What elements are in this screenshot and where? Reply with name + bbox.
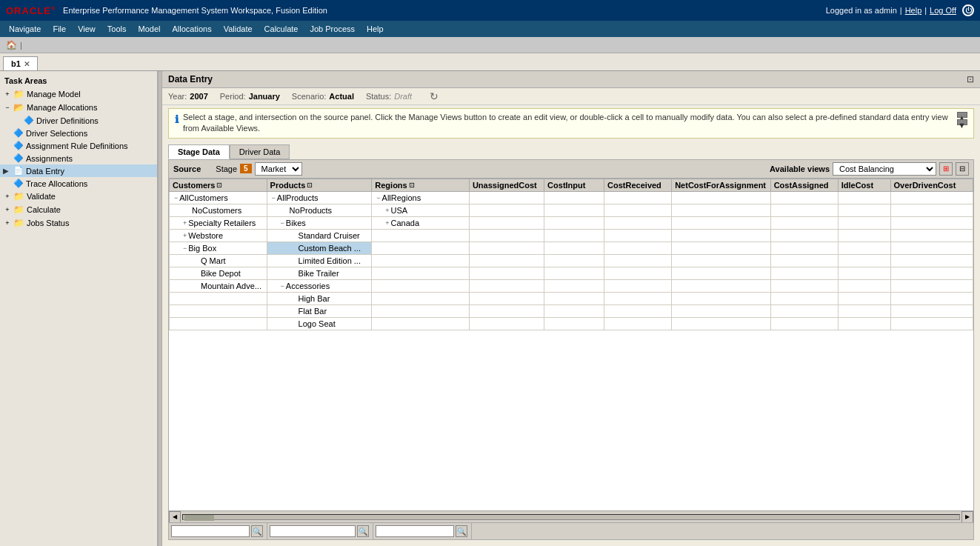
search-bar-filler — [472, 523, 973, 539]
search-bar-products: 🔍 — [267, 523, 373, 539]
stage-driver-tabs: Stage Data Driver Data — [168, 144, 974, 159]
sidebar-label-manage-model: Manage Model — [27, 90, 81, 99]
status-item: Status: Draft — [366, 92, 412, 101]
tab-label: b1 — [11, 59, 21, 68]
sidebar-label-data-entry: Data Entry — [26, 167, 64, 176]
sidebar-label-assignment-rules: Assignment Rule Definitions — [26, 142, 128, 150]
table-row: Q Mart Limited Edition ... — [170, 254, 973, 267]
search-input-customers[interactable] — [171, 525, 250, 537]
doc-icon-trace: 🔷 — [13, 179, 24, 188]
info-scroll-down[interactable]: ▼ — [957, 119, 967, 125]
doc-icon-driver-sel: 🔷 — [13, 128, 24, 138]
tab-b1[interactable]: b1 ✕ — [3, 56, 38, 70]
col-regions: Regions ⊡ — [372, 179, 470, 191]
sidebar-item-driver-definitions[interactable]: 🔷 Driver Definitions — [0, 114, 157, 127]
menu-item-navigate[interactable]: Navigate — [3, 23, 47, 35]
sidebar-item-data-entry[interactable]: ▶ 📄 Data Entry — [0, 164, 157, 177]
col-over-driven-cost: OverDrivenCost — [890, 179, 973, 191]
menu-item-help[interactable]: Help — [361, 23, 390, 35]
tab-driver-data[interactable]: Driver Data — [230, 144, 290, 159]
period-label: Period: — [220, 92, 246, 101]
maximize-icon[interactable]: ⊡ — [967, 74, 974, 84]
tab-stage-data[interactable]: Stage Data — [168, 144, 230, 159]
expand-icon: − — [3, 103, 12, 112]
col-customers: Customers ⊡ — [170, 179, 267, 191]
sidebar-title: Task Areas — [0, 74, 157, 87]
menu-item-tools[interactable]: Tools — [101, 23, 133, 35]
h-scroll-left-btn[interactable]: ◀ — [169, 511, 181, 523]
sidebar-label-manage-allocations: Manage Allocations — [27, 103, 97, 112]
sidebar-item-assignments[interactable]: 🔷 Assignments — [0, 152, 157, 164]
search-bar-customers: 🔍 — [169, 523, 267, 539]
sidebar-label-assignments: Assignments — [26, 154, 73, 163]
col-expand-products[interactable]: ⊡ — [307, 182, 313, 189]
status-label: Status: — [366, 92, 391, 101]
h-scroll-track[interactable] — [182, 514, 960, 520]
search-btn-customers[interactable]: 🔍 — [251, 525, 263, 537]
stage-dropdown[interactable]: Market — [255, 162, 302, 176]
logoff-link[interactable]: Log Off — [930, 6, 956, 15]
scenario-item: Scenario: Actual — [292, 92, 354, 101]
search-btn-products[interactable]: 🔍 — [357, 525, 369, 537]
info-scrollbar: ▲ ▼ — [957, 112, 967, 125]
col-cost-input: CostInput — [544, 179, 604, 191]
breadcrumb-home-icon: 🏠 — [6, 40, 17, 50]
col-net-cost: NetCostForAssignment — [672, 179, 770, 191]
metadata-bar: Year: 2007 Period: January Scenario: Act… — [162, 88, 980, 105]
oracle-logo: ORACLE® — [6, 5, 56, 16]
views-icon-btn-1[interactable]: ⊞ — [939, 162, 953, 176]
search-btn-regions[interactable]: 🔍 — [456, 525, 467, 537]
tab-close-icon[interactable]: ✕ — [24, 60, 30, 68]
table-row: + Webstore Standard Cruiser — [170, 229, 973, 242]
table-row: Flat Bar — [170, 304, 973, 317]
menu-item-job-process[interactable]: Job Process — [304, 23, 361, 35]
year-value: 2007 — [190, 92, 207, 101]
sidebar-item-jobs-status[interactable]: + 📁 Jobs Status — [0, 216, 157, 230]
sidebar-item-trace-allocations[interactable]: 🔷 Trace Allocations — [0, 177, 157, 190]
sidebar-item-driver-selections[interactable]: 🔷 Driver Selections — [0, 127, 157, 139]
stage-selector: Stage 5 Market — [216, 162, 301, 176]
sidebar-item-manage-model[interactable]: + 📁 Manage Model — [0, 87, 157, 101]
doc-icon-assign-rules: 🔷 — [13, 141, 24, 150]
stage-number: 5 — [240, 164, 252, 173]
col-unassigned-cost: UnassignedCost — [469, 179, 544, 191]
folder-icon-calculate: 📁 — [13, 204, 24, 215]
sidebar-label-driver-defs: Driver Definitions — [36, 116, 99, 125]
search-input-regions[interactable] — [376, 525, 454, 537]
col-expand-regions[interactable]: ⊡ — [409, 182, 415, 189]
info-scroll-up[interactable]: ▲ — [957, 112, 967, 118]
search-bars: 🔍 🔍 🔍 — [169, 522, 973, 539]
search-input-products[interactable] — [270, 525, 356, 537]
refresh-button[interactable]: ↻ — [430, 90, 439, 102]
grid-area: Source Stage 5 Market Available views Co… — [168, 159, 974, 540]
sidebar-item-assignment-rule-defs[interactable]: 🔷 Assignment Rule Definitions — [0, 139, 157, 152]
table-row: High Bar — [170, 292, 973, 304]
help-link[interactable]: Help — [905, 6, 922, 15]
menu-item-validate[interactable]: Validate — [218, 23, 259, 35]
tab-bar: b1 ✕ — [0, 53, 980, 71]
h-scroll-right-btn[interactable]: ▶ — [961, 511, 973, 523]
sidebar-item-manage-allocations[interactable]: − 📂 Manage Allocations — [0, 101, 157, 114]
menu-item-file[interactable]: File — [47, 23, 72, 35]
col-cost-received: CostReceived — [604, 179, 672, 191]
folder-icon: 📁 — [13, 89, 24, 99]
views-dropdown[interactable]: Cost Balancing — [833, 162, 936, 176]
menu-item-calculate[interactable]: Calculate — [259, 23, 304, 35]
col-expand-customers[interactable]: ⊡ — [216, 182, 222, 189]
menu-item-allocations[interactable]: Allocations — [166, 23, 217, 35]
menu-item-view[interactable]: View — [72, 23, 101, 35]
col-idle-cost: IdleCost — [838, 179, 890, 191]
current-indicator: ▶ — [3, 167, 13, 175]
info-text: Select a stage, and intersection on the … — [183, 112, 950, 135]
views-icon-btn-2[interactable]: ⊟ — [956, 162, 969, 176]
expand-icon: + — [3, 90, 12, 99]
sidebar-item-calculate[interactable]: + 📁 Calculate — [0, 203, 157, 216]
sidebar-item-validate[interactable]: + 📁 Validate — [0, 190, 157, 203]
data-entry-title: Data Entry — [168, 74, 213, 84]
grid-table-container[interactable]: Customers ⊡ Products ⊡ — [169, 179, 973, 510]
menu-item-model[interactable]: Model — [133, 23, 167, 35]
data-grid-table: Customers ⊡ Products ⊡ — [169, 179, 973, 330]
h-scroll-bar[interactable]: ◀ ▶ — [169, 510, 973, 522]
table-row: Mountain Adve... − Accessories — [170, 279, 973, 292]
table-row: + Specialty Retailers − Bikes + Canada — [170, 216, 973, 229]
